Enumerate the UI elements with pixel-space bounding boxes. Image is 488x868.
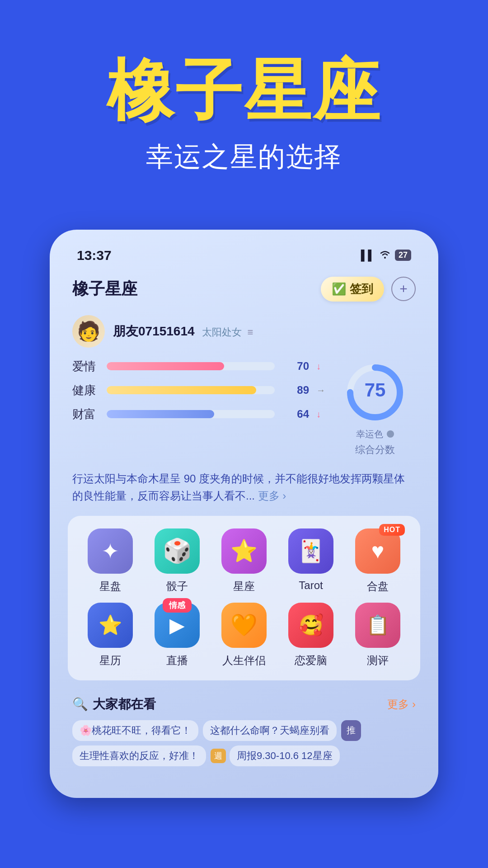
- icon-item-xingpan[interactable]: ✦ 星盘: [79, 528, 142, 594]
- weekly-badge: 週: [211, 749, 226, 763]
- popular-tag-4[interactable]: 周报9.30-10.6 12星座: [230, 745, 340, 766]
- xingli-icon-circle: ⭐: [88, 603, 133, 648]
- stats-bars: 爱情 70 ↓ 健康 89 → 财富: [72, 359, 325, 457]
- love-value: 70: [282, 360, 309, 373]
- love-label: 爱情: [72, 359, 99, 374]
- svg-point-0: [384, 257, 386, 259]
- popular-tag-3[interactable]: 生理性喜欢的反应，好准！: [72, 745, 206, 766]
- checkin-button[interactable]: ✅ 签到: [321, 277, 384, 302]
- avatar: 🧑: [72, 315, 105, 348]
- stats-section: 爱情 70 ↓ 健康 89 → 财富: [68, 359, 420, 466]
- checkin-label: 签到: [350, 281, 373, 297]
- score-number: 75: [365, 379, 386, 401]
- health-bar-fill: [107, 386, 256, 394]
- ceping-label: 测评: [367, 653, 389, 668]
- wealth-bar-fill: [107, 410, 214, 418]
- popular-row-2: 生理性喜欢的反应，好准！ 週 周报9.30-10.6 12星座: [72, 745, 416, 766]
- wealth-trend-icon: ↓: [316, 409, 325, 420]
- icon-item-ceping[interactable]: 📋 测评: [346, 603, 409, 668]
- score-circle-wrap: 75 幸运色 综合分数: [334, 359, 416, 457]
- icon-item-lianai[interactable]: 🥰 恋爱脑: [279, 603, 343, 668]
- status-bar: 13:37 ▌▌ 27: [68, 248, 420, 272]
- xingli-label: 星历: [99, 653, 121, 668]
- hepan-icon-circle: ♥ HOT: [355, 528, 400, 574]
- health-value: 89: [282, 384, 309, 396]
- xingzuo-label: 星座: [233, 579, 255, 594]
- icon-grid: ✦ 星盘 🎲 骰子 ⭐ 星座 🃏 Tarot: [68, 516, 420, 680]
- popular-section: 🔍 大家都在看 更多 › 🌸桃花旺不旺，得看它！ 这都什么命啊？天蝎座别看 推 …: [68, 691, 420, 775]
- hero-subtitle: 幸运之星的选择: [27, 139, 461, 175]
- qinggan-badge: 情感: [163, 598, 192, 613]
- user-name: 朋友07151614: [113, 324, 195, 338]
- popular-tag-4-wrap: 週 周报9.30-10.6 12星座: [211, 745, 344, 766]
- popular-title: 🔍 大家都在看: [72, 696, 156, 713]
- popular-header: 🔍 大家都在看 更多 ›: [72, 696, 416, 713]
- user-info: 朋友07151614 太阳处女 ≡: [113, 323, 253, 340]
- wealth-stat-row: 财富 64 ↓: [72, 406, 325, 422]
- lianai-label: 恋爱脑: [295, 653, 327, 668]
- phone-mockup: 13:37 ▌▌ 27 橡子星座 ✅ 签到 + 🧑 朋友07151614 太阳处…: [50, 230, 438, 798]
- hero-title: 橡子星座: [27, 54, 461, 128]
- xingpan-icon-circle: ✦: [88, 528, 133, 574]
- rensheng-label: 人生伴侣: [222, 653, 266, 668]
- status-icons: ▌▌ 27: [361, 249, 411, 262]
- header-actions: ✅ 签到 +: [321, 277, 416, 302]
- icon-row-1: ✦ 星盘 🎲 骰子 ⭐ 星座 🃏 Tarot: [77, 528, 411, 594]
- desc-more-link[interactable]: 更多 ›: [258, 490, 286, 502]
- wealth-bar-bg: [107, 410, 275, 418]
- app-header: 橡子星座 ✅ 签到 +: [68, 272, 420, 311]
- popular-tag-2[interactable]: 这都什么命啊？天蝎座别看: [203, 720, 337, 741]
- icon-item-shaiqi[interactable]: 🎲 骰子: [145, 528, 209, 594]
- health-trend-icon: →: [316, 385, 325, 396]
- rensheng-icon-circle: 🧡: [221, 603, 267, 648]
- description-text[interactable]: 行运太阳与本命木星呈 90 度夹角的时候，并不能很好地发挥两颗星体的良性能量，反…: [68, 466, 420, 516]
- xingpan-label: 星盘: [99, 579, 121, 594]
- hot-badge: HOT: [379, 524, 405, 536]
- popular-row-1: 🌸桃花旺不旺，得看它！ 这都什么命啊？天蝎座别看 推: [72, 720, 416, 741]
- lucky-color-dot: [387, 430, 394, 438]
- icon-item-xingzuo[interactable]: ⭐ 星座: [212, 528, 276, 594]
- hero-section: 橡子星座 幸运之星的选择: [0, 0, 488, 203]
- tarot-label: Tarot: [299, 579, 323, 592]
- wealth-label: 财富: [72, 406, 99, 422]
- icon-item-hepan[interactable]: ♥ HOT 合盘: [346, 528, 409, 594]
- health-label: 健康: [72, 382, 99, 398]
- hepan-label: 合盘: [367, 579, 389, 594]
- icon-item-zhibo[interactable]: ▶ 情感 直播: [145, 603, 209, 668]
- zhibo-label: 直播: [166, 653, 188, 668]
- popular-title-text: 大家都在看: [93, 696, 156, 713]
- xingzuo-icon-circle: ⭐: [221, 528, 267, 574]
- icon-item-rensheng[interactable]: 🧡 人生伴侣: [212, 603, 276, 668]
- wifi-icon: [379, 249, 391, 262]
- icon-row-2: ⭐ 星历 ▶ 情感 直播 🧡 人生伴侣 🥰 恋: [77, 603, 411, 668]
- lianai-icon-circle: 🥰: [288, 603, 333, 648]
- user-sign: 太阳处女: [202, 326, 242, 338]
- love-bar-fill: [107, 362, 224, 370]
- lucky-color-row: 幸运色: [356, 428, 394, 440]
- popular-title-icon: 🔍: [72, 697, 88, 712]
- description-content: 行运太阳与本命木星呈 90 度夹角的时候，并不能很好地发挥两颗星体的良性能量，反…: [72, 472, 405, 502]
- health-bar-bg: [107, 386, 275, 394]
- icon-item-xingli[interactable]: ⭐ 星历: [79, 603, 142, 668]
- popular-more-link[interactable]: 更多 ›: [387, 697, 416, 712]
- tarot-icon-circle: 🃏: [288, 528, 333, 574]
- app-header-title: 橡子星座: [72, 278, 137, 300]
- health-stat-row: 健康 89 →: [72, 382, 325, 398]
- wealth-value: 64: [282, 408, 309, 420]
- checkin-icon: ✅: [332, 282, 346, 296]
- score-circle: 75: [341, 359, 409, 426]
- love-stat-row: 爱情 70 ↓: [72, 359, 325, 374]
- score-label: 综合分数: [355, 443, 395, 457]
- love-bar-bg: [107, 362, 275, 370]
- icon-item-tarot[interactable]: 🃏 Tarot: [279, 528, 343, 594]
- shaiqi-label: 骰子: [166, 579, 188, 594]
- battery-icon: 27: [395, 250, 411, 261]
- signal-icon: ▌▌: [361, 250, 375, 261]
- user-profile[interactable]: 🧑 朋友07151614 太阳处女 ≡: [68, 311, 420, 359]
- popular-tag-1[interactable]: 🌸桃花旺不旺，得看它！: [72, 720, 198, 741]
- shaiqi-icon-circle: 🎲: [155, 528, 200, 574]
- ceping-icon-circle: 📋: [355, 603, 400, 648]
- settings-small-icon: ≡: [247, 326, 253, 338]
- love-trend-icon: ↓: [316, 361, 325, 372]
- plus-button[interactable]: +: [391, 277, 416, 301]
